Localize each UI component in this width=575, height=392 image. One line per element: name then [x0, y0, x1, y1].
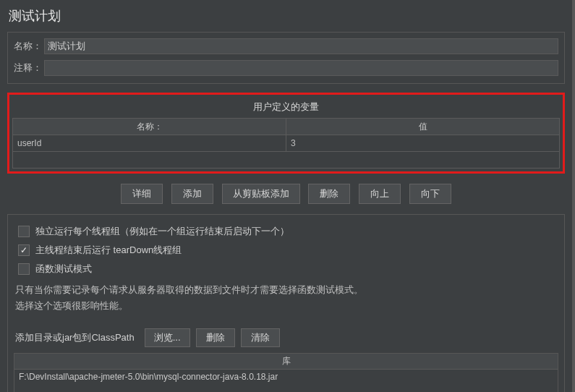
- basic-info-fieldset: 名称： 注释：: [7, 32, 565, 84]
- var-col-name: 名称：: [13, 119, 286, 135]
- var-name-cell[interactable]: userId: [13, 135, 286, 152]
- classpath-delete-button[interactable]: 删除: [196, 328, 235, 347]
- var-buttons-row: 详细 添加 从剪贴板添加 删除 向上 向下: [7, 184, 565, 204]
- table-empty-row: [13, 152, 560, 169]
- down-button[interactable]: 向下: [409, 184, 451, 204]
- delete-button[interactable]: 删除: [308, 184, 350, 204]
- var-value-cell[interactable]: 3: [286, 135, 560, 152]
- name-label: 名称：: [14, 40, 44, 53]
- functional-checkbox[interactable]: [18, 263, 30, 275]
- teardown-checkbox[interactable]: [18, 244, 30, 256]
- classpath-label: 添加目录或jar包到ClassPath: [15, 331, 135, 344]
- teardown-label: 主线程结束后运行 tearDown线程组: [35, 244, 182, 257]
- page-title: 测试计划: [9, 7, 565, 25]
- help-text-2: 选择这个选项很影响性能。: [15, 299, 558, 313]
- up-button[interactable]: 向上: [359, 184, 401, 204]
- browse-button[interactable]: 浏览...: [145, 328, 190, 347]
- detail-button[interactable]: 详细: [121, 184, 163, 204]
- user-variables-title: 用户定义的变量: [12, 98, 560, 118]
- user-variables-table[interactable]: 名称： 值 userId 3: [12, 118, 560, 169]
- table-row[interactable]: userId 3: [13, 135, 560, 152]
- independent-checkbox[interactable]: [18, 226, 30, 237]
- options-fieldset: 独立运行每个线程组（例如在一个组运行结束后启动下一个） 主线程结束后运行 tea…: [7, 214, 565, 392]
- clear-button[interactable]: 清除: [241, 328, 280, 347]
- add-button[interactable]: 添加: [171, 184, 213, 204]
- add-clipboard-button[interactable]: 从剪贴板添加: [222, 184, 300, 204]
- library-item[interactable]: F:\DevInstall\apache-jmeter-5.0\bin\mysq…: [14, 370, 558, 384]
- library-empty-area: [14, 384, 558, 392]
- independent-label: 独立运行每个线程组（例如在一个组运行结束后启动下一个）: [35, 225, 289, 238]
- var-col-value: 值: [286, 119, 560, 135]
- library-header: 库: [14, 354, 558, 370]
- name-input[interactable]: [44, 38, 558, 54]
- user-variables-highlight: 用户定义的变量 名称： 值 userId 3: [7, 93, 565, 174]
- help-text-1: 只有当你需要记录每个请求从服务器取得的数据到文件时才需要选择函数测试模式。: [15, 283, 558, 297]
- functional-label: 函数测试模式: [35, 263, 92, 276]
- comment-input[interactable]: [44, 60, 558, 76]
- comment-label: 注释：: [14, 61, 44, 74]
- library-box: 库 F:\DevInstall\apache-jmeter-5.0\bin\my…: [14, 353, 558, 392]
